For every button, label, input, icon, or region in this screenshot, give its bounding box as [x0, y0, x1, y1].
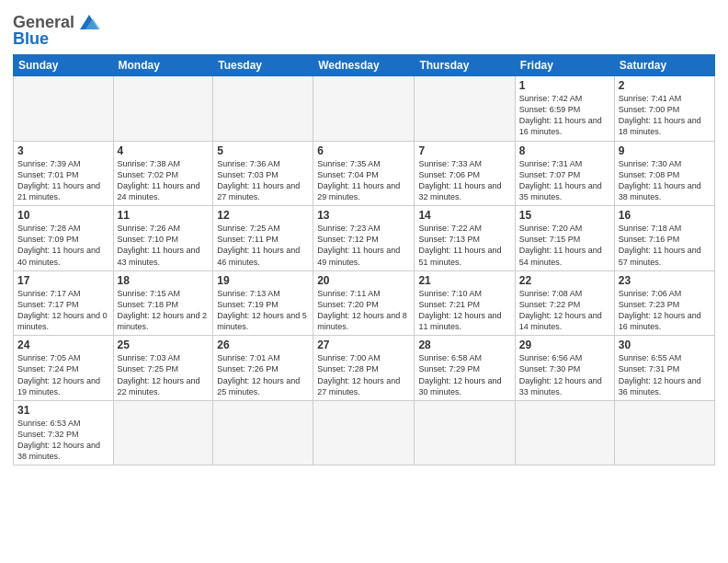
day-number: 22 [519, 274, 610, 287]
day-info: Sunrise: 7:06 AM Sunset: 7:23 PM Dayligh… [619, 288, 711, 333]
day-info: Sunrise: 7:22 AM Sunset: 7:13 PM Dayligh… [418, 223, 510, 268]
calendar-cell: 21Sunrise: 7:10 AM Sunset: 7:21 PM Dayli… [415, 270, 515, 336]
day-info: Sunrise: 7:42 AM Sunset: 6:59 PM Dayligh… [519, 93, 610, 138]
calendar-cell: 15Sunrise: 7:20 AM Sunset: 7:15 PM Dayli… [515, 206, 614, 271]
calendar-cell: 24Sunrise: 7:05 AM Sunset: 7:24 PM Dayli… [14, 336, 114, 401]
day-info: Sunrise: 7:11 AM Sunset: 7:20 PM Dayligh… [317, 288, 410, 333]
calendar-cell: 25Sunrise: 7:03 AM Sunset: 7:25 PM Dayli… [113, 336, 213, 401]
day-info: Sunrise: 6:53 AM Sunset: 7:32 PM Dayligh… [17, 418, 109, 463]
day-number: 4 [118, 144, 210, 157]
week-row-4: 24Sunrise: 7:05 AM Sunset: 7:24 PM Dayli… [14, 336, 715, 401]
day-info: Sunrise: 7:13 AM Sunset: 7:19 PM Dayligh… [217, 288, 309, 333]
day-info: Sunrise: 7:23 AM Sunset: 7:12 PM Dayligh… [317, 223, 410, 268]
day-number: 18 [118, 274, 210, 287]
day-info: Sunrise: 7:10 AM Sunset: 7:21 PM Dayligh… [418, 288, 510, 333]
calendar-cell [313, 400, 415, 465]
calendar-cell: 16Sunrise: 7:18 AM Sunset: 7:16 PM Dayli… [614, 206, 714, 271]
calendar-cell: 6Sunrise: 7:35 AM Sunset: 7:04 PM Daylig… [313, 141, 415, 206]
day-number: 12 [217, 209, 309, 222]
day-number: 27 [317, 339, 410, 351]
weekday-header-saturday: Saturday [614, 55, 714, 76]
day-number: 26 [217, 339, 309, 351]
day-number: 14 [418, 209, 510, 222]
calendar-cell: 5Sunrise: 7:36 AM Sunset: 7:03 PM Daylig… [213, 141, 313, 206]
day-number: 9 [619, 144, 711, 157]
calendar-cell [614, 400, 714, 465]
day-info: Sunrise: 7:28 AM Sunset: 7:09 PM Dayligh… [17, 223, 109, 268]
day-info: Sunrise: 7:31 AM Sunset: 7:07 PM Dayligh… [519, 158, 610, 203]
day-info: Sunrise: 7:25 AM Sunset: 7:11 PM Dayligh… [217, 223, 309, 268]
week-row-3: 17Sunrise: 7:17 AM Sunset: 7:17 PM Dayli… [14, 270, 715, 336]
day-info: Sunrise: 6:56 AM Sunset: 7:30 PM Dayligh… [519, 352, 610, 397]
day-number: 24 [17, 339, 109, 351]
calendar-cell [113, 76, 213, 142]
week-row-5: 31Sunrise: 6:53 AM Sunset: 7:32 PM Dayli… [14, 400, 715, 465]
day-number: 20 [317, 274, 410, 287]
calendar: SundayMondayTuesdayWednesdayThursdayFrid… [13, 54, 715, 465]
calendar-cell: 12Sunrise: 7:25 AM Sunset: 7:11 PM Dayli… [213, 206, 313, 271]
page: General Blue SundayMondayTuesdayWednesda… [0, 0, 728, 563]
day-number: 10 [17, 209, 109, 222]
day-number: 31 [17, 404, 109, 417]
calendar-cell: 14Sunrise: 7:22 AM Sunset: 7:13 PM Dayli… [415, 206, 515, 271]
calendar-cell: 30Sunrise: 6:55 AM Sunset: 7:31 PM Dayli… [614, 336, 714, 401]
day-number: 28 [418, 339, 510, 351]
day-number: 6 [317, 144, 410, 157]
weekday-header-tuesday: Tuesday [213, 55, 313, 76]
calendar-cell: 22Sunrise: 7:08 AM Sunset: 7:22 PM Dayli… [515, 270, 614, 336]
day-number: 2 [619, 79, 711, 92]
weekday-header-wednesday: Wednesday [313, 55, 415, 76]
day-info: Sunrise: 7:36 AM Sunset: 7:03 PM Dayligh… [217, 158, 309, 203]
day-number: 5 [217, 144, 309, 157]
day-number: 21 [418, 274, 510, 287]
day-info: Sunrise: 7:26 AM Sunset: 7:10 PM Dayligh… [118, 223, 210, 268]
week-row-0: 1Sunrise: 7:42 AM Sunset: 6:59 PM Daylig… [14, 76, 715, 142]
calendar-cell [213, 76, 313, 142]
weekday-header-friday: Friday [515, 55, 614, 76]
day-info: Sunrise: 7:38 AM Sunset: 7:02 PM Dayligh… [118, 158, 210, 203]
calendar-cell: 9Sunrise: 7:30 AM Sunset: 7:08 PM Daylig… [614, 141, 714, 206]
day-number: 19 [217, 274, 309, 287]
day-info: Sunrise: 7:01 AM Sunset: 7:26 PM Dayligh… [217, 352, 309, 397]
day-info: Sunrise: 7:17 AM Sunset: 7:17 PM Dayligh… [17, 288, 109, 333]
week-row-1: 3Sunrise: 7:39 AM Sunset: 7:01 PM Daylig… [14, 141, 715, 206]
day-number: 16 [619, 209, 711, 222]
day-number: 1 [519, 79, 610, 92]
calendar-cell [14, 76, 114, 142]
calendar-cell: 18Sunrise: 7:15 AM Sunset: 7:18 PM Dayli… [113, 270, 213, 336]
weekday-header-sunday: Sunday [14, 55, 114, 76]
calendar-cell: 19Sunrise: 7:13 AM Sunset: 7:19 PM Dayli… [213, 270, 313, 336]
calendar-cell [213, 400, 313, 465]
calendar-cell: 23Sunrise: 7:06 AM Sunset: 7:23 PM Dayli… [614, 270, 714, 336]
calendar-cell: 3Sunrise: 7:39 AM Sunset: 7:01 PM Daylig… [14, 141, 114, 206]
calendar-cell: 28Sunrise: 6:58 AM Sunset: 7:29 PM Dayli… [415, 336, 515, 401]
calendar-cell [113, 400, 213, 465]
calendar-cell: 27Sunrise: 7:00 AM Sunset: 7:28 PM Dayli… [313, 336, 415, 401]
calendar-cell [415, 400, 515, 465]
day-number: 3 [17, 144, 109, 157]
day-info: Sunrise: 7:33 AM Sunset: 7:06 PM Dayligh… [418, 158, 510, 203]
calendar-cell: 2Sunrise: 7:41 AM Sunset: 7:00 PM Daylig… [614, 76, 714, 142]
logo: General Blue [13, 9, 102, 49]
weekday-header-thursday: Thursday [415, 55, 515, 76]
day-info: Sunrise: 7:39 AM Sunset: 7:01 PM Dayligh… [17, 158, 109, 203]
logo-blue: Blue [13, 29, 49, 49]
day-info: Sunrise: 7:15 AM Sunset: 7:18 PM Dayligh… [118, 288, 210, 333]
logo-icon [76, 9, 102, 35]
day-number: 11 [118, 209, 210, 222]
calendar-cell: 29Sunrise: 6:56 AM Sunset: 7:30 PM Dayli… [515, 336, 614, 401]
day-info: Sunrise: 7:30 AM Sunset: 7:08 PM Dayligh… [619, 158, 711, 203]
day-number: 29 [519, 339, 610, 351]
calendar-cell: 17Sunrise: 7:17 AM Sunset: 7:17 PM Dayli… [14, 270, 114, 336]
day-number: 17 [17, 274, 109, 287]
day-number: 8 [519, 144, 610, 157]
day-info: Sunrise: 6:55 AM Sunset: 7:31 PM Dayligh… [619, 352, 711, 397]
calendar-cell: 7Sunrise: 7:33 AM Sunset: 7:06 PM Daylig… [415, 141, 515, 206]
calendar-cell: 26Sunrise: 7:01 AM Sunset: 7:26 PM Dayli… [213, 336, 313, 401]
calendar-cell: 13Sunrise: 7:23 AM Sunset: 7:12 PM Dayli… [313, 206, 415, 271]
day-number: 30 [619, 339, 711, 351]
day-info: Sunrise: 7:00 AM Sunset: 7:28 PM Dayligh… [317, 352, 410, 397]
day-info: Sunrise: 7:41 AM Sunset: 7:00 PM Dayligh… [619, 93, 711, 138]
weekday-header-monday: Monday [113, 55, 213, 76]
day-info: Sunrise: 7:03 AM Sunset: 7:25 PM Dayligh… [118, 352, 210, 397]
